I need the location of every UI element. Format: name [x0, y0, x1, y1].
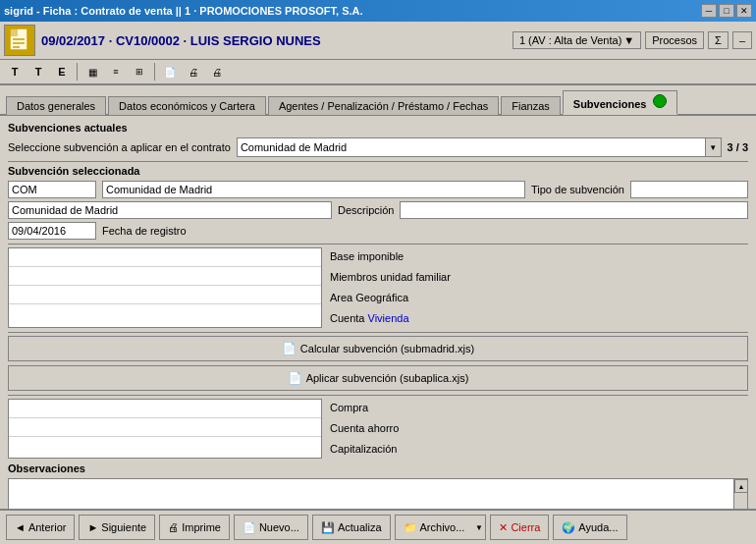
tab-datos-economicos[interactable]: Datos económicos y Cartera	[108, 96, 266, 115]
tipo-subvencion-label: Tipo de subvención	[531, 184, 624, 195]
print2-icon: 🖨	[212, 67, 222, 78]
compra-input-2[interactable]	[9, 418, 321, 437]
select-subvencion-row: Seleccione subvención a aplicar en el co…	[8, 137, 748, 157]
label-miembros: Miembros unidad familiar	[330, 268, 748, 287]
calcular-label: Calcular subvención (submadrid.xjs)	[300, 343, 474, 354]
bold-tool-button[interactable]: T	[27, 62, 49, 82]
label-base-imponible: Base imponible	[330, 247, 748, 266]
actualiza-label: Actualiza	[338, 521, 382, 533]
field-input-4[interactable]	[9, 304, 321, 323]
maximize-button[interactable]: □	[719, 4, 734, 18]
cierra-button[interactable]: ✕ Cierra	[490, 515, 549, 540]
archivo-button[interactable]: 📁 Archivo...	[395, 515, 473, 540]
table-button[interactable]: ⊞	[129, 62, 150, 82]
green-dot-icon	[653, 94, 667, 108]
list-button[interactable]: ≡	[105, 62, 127, 82]
dropdown-icon: ▼	[623, 34, 634, 46]
tab-datos-generales[interactable]: Datos generales	[6, 96, 106, 115]
combo-arrow-icon[interactable]: ▼	[705, 138, 721, 156]
badge-button[interactable]: 1 (AV : Alta de Venta) ▼	[513, 31, 641, 49]
descripcion-field[interactable]	[400, 201, 748, 219]
procesos-button[interactable]: Procesos	[645, 31, 704, 49]
extra-button[interactable]: –	[732, 31, 752, 49]
aplicar-label: Aplicar subvención (subaplica.xjs)	[306, 372, 469, 384]
doc-icon	[4, 25, 35, 56]
toolbar-area: 09/02/2017 · CV10/0002 · LUIS SERGIO NUN…	[0, 22, 756, 60]
date-field[interactable]: 09/04/2016	[8, 222, 96, 240]
ayuda-label: Ayuda...	[578, 521, 618, 533]
nuevo-label: Nuevo...	[259, 521, 299, 533]
divider-4	[8, 395, 748, 396]
close-button[interactable]: ✕	[736, 4, 752, 18]
siguiente-icon: ►	[87, 521, 98, 533]
sub-row-3: 09/04/2016 Fecha de registro	[8, 222, 748, 240]
badge-text: 1 (AV : Alta de Venta)	[519, 34, 621, 46]
archivo-label: Archivo...	[420, 521, 465, 533]
fecha-registro-label: Fecha de registro	[102, 225, 187, 237]
title-text: sigrid - Ficha : Contrato de venta || 1 …	[4, 5, 363, 17]
field-input-2[interactable]	[9, 267, 321, 286]
field-input-3[interactable]	[9, 286, 321, 304]
subvenciones-actuales-label: Subvenciones actuales	[8, 122, 748, 134]
title-buttons: ─ □ ✕	[701, 4, 752, 18]
label-compra: Compra	[330, 399, 748, 417]
sub-row-1: COM Comunidad de Madrid Tipo de subvenci…	[8, 181, 748, 198]
grid-button[interactable]: ▦	[81, 62, 103, 82]
compra-input-1[interactable]	[9, 400, 321, 418]
separator-1	[77, 63, 78, 81]
table-icon: ⊞	[135, 67, 143, 77]
print2-button[interactable]: 🖨	[206, 62, 228, 82]
edit-tool-button[interactable]: E	[51, 62, 73, 82]
minimize-button[interactable]: ─	[701, 4, 717, 18]
cierra-x-icon: ✕	[499, 521, 508, 534]
siguiente-button[interactable]: ► Siguiente	[79, 515, 155, 540]
toolbar-right: 1 (AV : Alta de Venta) ▼ Procesos Σ –	[513, 31, 752, 49]
aplicar-doc-icon: 📄	[288, 371, 302, 385]
ayuda-button[interactable]: 🌍 Ayuda...	[553, 515, 626, 540]
compra-left-box	[8, 399, 322, 459]
print-button[interactable]: 🖨	[183, 62, 204, 82]
compra-input-3[interactable]	[9, 437, 321, 456]
nuevo-button[interactable]: 📄 Nuevo...	[234, 515, 308, 540]
doc-title: 09/02/2017 · CV10/0002 · LUIS SERGIO NUN…	[41, 33, 321, 48]
tab-fianzas[interactable]: Fianzas	[501, 96, 561, 115]
doc-button[interactable]: 📄	[159, 62, 181, 82]
grid-icon: ▦	[88, 67, 97, 78]
divider-3	[8, 332, 748, 333]
calcular-button[interactable]: 📄 Calcular subvención (submadrid.xjs)	[8, 336, 748, 361]
observaciones-label: Observaciones	[8, 462, 748, 474]
text-tool-button[interactable]: T	[4, 62, 26, 82]
sub-row-2: Comunidad de Madrid Descripción	[8, 201, 748, 219]
tab-subvenciones[interactable]: Subvenciones	[563, 90, 678, 115]
name-field[interactable]: Comunidad de Madrid	[102, 181, 525, 198]
fields-right-labels: Base imponible Miembros unidad familiar …	[322, 247, 748, 328]
subvencion-input[interactable]	[238, 138, 705, 156]
tab-bar: Datos generales Datos económicos y Carte…	[0, 85, 756, 116]
archivo-dropdown-button[interactable]: ▼	[472, 515, 486, 540]
aplicar-button[interactable]: 📄 Aplicar subvención (subaplica.xjs)	[8, 365, 748, 391]
list-icon: ≡	[113, 67, 118, 77]
svg-rect-1	[10, 28, 18, 36]
imprime-button[interactable]: 🖨 Imprime	[159, 515, 230, 540]
siguiente-label: Siguiente	[101, 521, 146, 533]
nuevo-icon: 📄	[243, 521, 256, 534]
anterior-icon: ◄	[15, 521, 26, 533]
separator-2	[154, 63, 155, 81]
compra-right-labels: Compra Cuenta ahorro Capitalización	[322, 399, 748, 459]
divider-2	[8, 244, 748, 245]
fullname-field[interactable]: Comunidad de Madrid	[8, 201, 332, 219]
subvencion-combo[interactable]: ▼	[237, 137, 722, 157]
field-input-1[interactable]	[9, 248, 321, 267]
actualiza-button[interactable]: 💾 Actualiza	[312, 515, 391, 540]
print-icon: 🖨	[189, 67, 198, 78]
vivienda-text: Vivienda	[368, 312, 409, 324]
actualiza-icon: 💾	[321, 521, 335, 534]
tab-agentes[interactable]: Agentes / Penalización / Préstamo / Fech…	[268, 96, 499, 115]
scroll-up-button[interactable]: ▲	[734, 479, 748, 493]
code-field[interactable]: COM	[8, 181, 96, 198]
sigma-button[interactable]: Σ	[708, 31, 729, 49]
tipo-field[interactable]	[630, 181, 748, 198]
anterior-button[interactable]: ◄ Anterior	[6, 515, 75, 540]
main-content: Subvenciones actuales Seleccione subvenc…	[0, 116, 756, 534]
count-badge: 3 / 3	[728, 141, 748, 153]
